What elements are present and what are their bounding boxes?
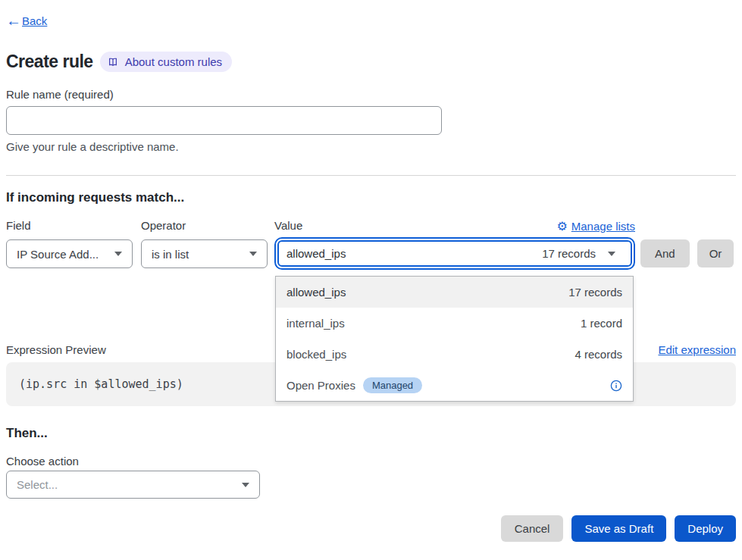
value-select-records: 17 records xyxy=(542,247,596,260)
chevron-down-icon xyxy=(249,252,257,256)
operator-label: Operator xyxy=(141,219,268,233)
operator-select-value: is in list xyxy=(152,248,243,261)
info-icon[interactable] xyxy=(610,380,622,392)
action-select-placeholder: Select... xyxy=(17,478,236,491)
footer-actions: Cancel Save as Draft Deploy xyxy=(6,515,736,542)
list-option-records: 17 records xyxy=(568,286,622,299)
deploy-button[interactable]: Deploy xyxy=(675,515,736,542)
list-option-internal-ips[interactable]: internal_ips 1 record xyxy=(276,308,633,339)
value-select-focus-ring: allowed_ips 17 records xyxy=(274,237,635,270)
page-title: Create rule xyxy=(6,52,93,72)
chevron-down-icon xyxy=(114,252,122,256)
title-row: Create rule About custom rules xyxy=(6,52,736,72)
expression-code: (ip.src in $allowed_ips) xyxy=(19,377,183,391)
back-link[interactable]: ← Back xyxy=(6,14,47,27)
value-select-value: allowed_ips xyxy=(286,247,542,260)
or-button[interactable]: Or xyxy=(697,239,734,267)
save-as-draft-button[interactable]: Save as Draft xyxy=(571,515,666,542)
match-heading: If incoming requests match... xyxy=(6,190,736,205)
list-option-records: 1 record xyxy=(581,317,622,330)
then-heading: Then... xyxy=(6,426,736,441)
about-custom-rules-badge[interactable]: About custom rules xyxy=(100,52,232,72)
field-select-value: IP Source Add... xyxy=(17,248,108,261)
rule-name-label: Rule name (required) xyxy=(6,88,736,101)
rule-name-helper: Give your rule a descriptive name. xyxy=(6,140,736,153)
rule-name-input[interactable] xyxy=(6,106,442,135)
manage-lists-label: Manage lists xyxy=(571,220,635,233)
action-select[interactable]: Select... xyxy=(6,471,260,499)
and-button[interactable]: And xyxy=(640,239,690,267)
andor-buttons: And Or xyxy=(640,239,734,267)
value-select[interactable]: allowed_ips 17 records xyxy=(277,240,632,267)
back-arrow-icon: ← xyxy=(6,15,21,27)
create-rule-page: ← Back Create rule About custom rules Ru… xyxy=(0,0,742,542)
managed-badge: Managed xyxy=(363,377,422,393)
list-option-blocked-ips[interactable]: blocked_ips 4 records xyxy=(276,339,633,370)
chevron-down-icon xyxy=(608,252,615,256)
field-select[interactable]: IP Source Add... xyxy=(6,239,133,268)
book-icon xyxy=(108,57,118,67)
manage-lists-link[interactable]: ⚙ Manage lists xyxy=(556,220,635,233)
list-option-name: blocked_ips xyxy=(286,348,346,361)
list-option-name: internal_ips xyxy=(286,317,345,330)
choose-action-label: Choose action xyxy=(6,455,736,468)
condition-row: Field IP Source Add... Operator is in li… xyxy=(6,219,736,270)
operator-select[interactable]: is in list xyxy=(141,239,268,268)
about-badge-label: About custom rules xyxy=(125,55,222,68)
list-option-name: allowed_ips xyxy=(286,286,346,299)
list-option-open-proxies[interactable]: Open Proxies Managed xyxy=(276,370,633,401)
gear-icon: ⚙ xyxy=(556,221,567,232)
expression-preview-label: Expression Preview xyxy=(6,343,106,356)
chevron-down-icon xyxy=(242,483,249,487)
list-option-name: Open Proxies xyxy=(286,379,355,392)
value-label: Value xyxy=(274,219,302,233)
field-label: Field xyxy=(6,219,133,233)
back-label: Back xyxy=(22,14,47,27)
list-option-records: 4 records xyxy=(575,348,622,361)
value-dropdown: allowed_ips 17 records internal_ips 1 re… xyxy=(275,276,634,402)
section-divider xyxy=(6,175,736,176)
edit-expression-link[interactable]: Edit expression xyxy=(658,343,736,356)
cancel-button[interactable]: Cancel xyxy=(501,515,564,542)
list-option-allowed-ips[interactable]: allowed_ips 17 records xyxy=(276,277,633,308)
